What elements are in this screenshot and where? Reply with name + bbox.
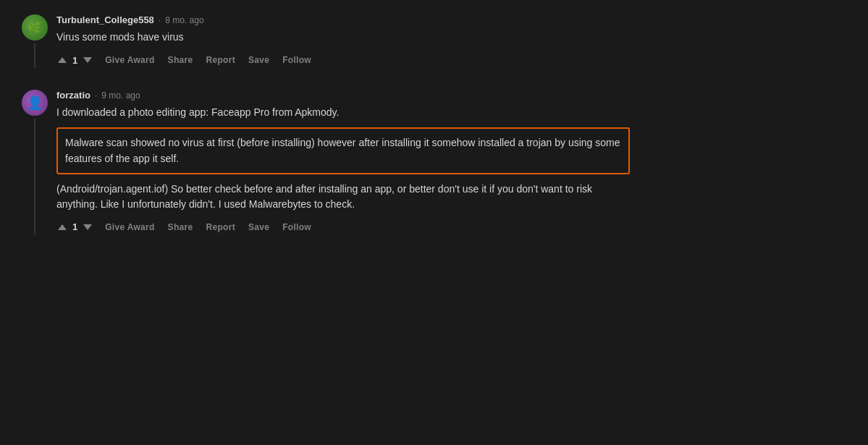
comment-header: Turbulent_College558 · 8 mo. ago [56, 14, 630, 25]
timestamp: 8 mo. ago [165, 15, 203, 25]
comment-header: forzatio · 9 mo. ago [56, 90, 630, 101]
pre-highlight-text: I downloaded a photo editing app: Faceap… [56, 105, 630, 120]
follow-button[interactable]: Follow [281, 52, 313, 68]
comments-container: 🌿 Turbulent_College558 · 8 mo. ago Virus… [0, 0, 652, 271]
thread-line [34, 43, 35, 68]
thread-line [34, 119, 35, 235]
action-bar: 1 Give Award Share Report Save Follow [56, 219, 630, 235]
give-award-button[interactable]: Give Award [104, 52, 156, 68]
comment-body: forzatio · 9 mo. ago I downloaded a phot… [56, 90, 630, 235]
comment-left-col: 🌿 [22, 14, 48, 68]
upvote-icon [58, 57, 67, 63]
vote-count: 1 [72, 55, 77, 66]
comment-text: Virus some mods have virus [56, 30, 630, 45]
report-button[interactable]: Report [204, 219, 236, 235]
separator-dot: · [159, 15, 161, 25]
share-button[interactable]: Share [167, 219, 195, 235]
vote-section: 1 [56, 221, 93, 232]
downvote-button[interactable] [82, 223, 93, 232]
comment-row: 👤 forzatio · 9 mo. ago I downloaded a ph… [22, 90, 630, 235]
comment-left-col: 👤 [22, 90, 48, 235]
upvote-button[interactable] [56, 223, 68, 232]
highlighted-text: Malware scan showed no virus at first (b… [56, 127, 630, 174]
action-bar: 1 Give Award Share Report Save Follow [56, 52, 630, 68]
downvote-icon [83, 57, 92, 63]
avatar-inner: 👤 [22, 90, 48, 116]
timestamp: 9 mo. ago [101, 90, 140, 101]
save-button[interactable]: Save [247, 219, 271, 235]
avatar-inner: 🌿 [22, 14, 48, 41]
comment-body: Turbulent_College558 · 8 mo. ago Virus s… [56, 14, 630, 68]
username: forzatio [56, 90, 90, 101]
downvote-button[interactable] [82, 56, 93, 64]
vote-section: 1 [56, 55, 93, 66]
downvote-icon [83, 224, 92, 230]
separator-dot: · [95, 90, 97, 101]
comment-row: 🌿 Turbulent_College558 · 8 mo. ago Virus… [22, 14, 630, 68]
post-highlight-text: (Android/trojan.agent.iof) So better che… [56, 182, 630, 212]
avatar: 👤 [22, 90, 48, 116]
avatar: 🌿 [22, 14, 48, 41]
vote-count: 1 [72, 221, 77, 232]
save-button[interactable]: Save [247, 52, 271, 68]
give-award-button[interactable]: Give Award [104, 219, 156, 235]
report-button[interactable]: Report [204, 52, 236, 68]
username: Turbulent_College558 [56, 14, 154, 25]
follow-button[interactable]: Follow [281, 219, 313, 235]
upvote-icon [58, 224, 67, 230]
upvote-button[interactable] [56, 56, 68, 64]
share-button[interactable]: Share [167, 52, 195, 68]
